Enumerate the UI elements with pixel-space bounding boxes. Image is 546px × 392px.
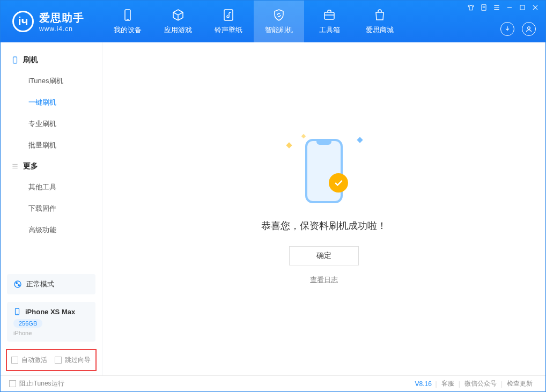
nav-smart-flash[interactable]: 智能刷机 (254, 1, 304, 42)
list-icon (11, 162, 19, 170)
check-badge-icon (329, 173, 348, 193)
checkbox-icon (11, 357, 18, 364)
app-url: www.i4.cn (39, 25, 84, 33)
nav-my-device[interactable]: 我的设备 (102, 1, 153, 42)
nav-ringtones[interactable]: 铃声壁纸 (203, 1, 254, 42)
body: 刷机 iTunes刷机 一键刷机 专业刷机 批量刷机 更多 其他工具 下载固件 … (1, 42, 545, 375)
user-button[interactable] (522, 22, 536, 36)
sidebar: 刷机 iTunes刷机 一键刷机 专业刷机 批量刷机 更多 其他工具 下载固件 … (1, 42, 102, 375)
window-controls (467, 4, 539, 11)
checkbox-skip-guide[interactable]: 跳过向导 (55, 356, 91, 365)
device-type: iPhone (13, 330, 89, 336)
view-log-link[interactable]: 查看日志 (310, 275, 338, 285)
checkbox-block-itunes[interactable]: 阻止iTunes运行 (9, 379, 64, 388)
sidebar-item-advanced[interactable]: 高级功能 (1, 219, 102, 241)
mode-icon (13, 280, 22, 289)
app-name: 爱思助手 (39, 11, 84, 25)
phone-icon (120, 8, 136, 22)
briefcase-icon (321, 8, 337, 22)
sidebar-section-more: 更多 (1, 156, 102, 176)
nav: 我的设备 应用游戏 铃声壁纸 智能刷机 工具箱 爱思商城 (102, 1, 405, 42)
note-icon[interactable] (480, 4, 488, 11)
shopping-bag-icon (372, 8, 388, 22)
link-support[interactable]: 客服 (437, 379, 459, 388)
music-file-icon (220, 8, 237, 22)
phone-small-icon (13, 307, 21, 316)
mode-block[interactable]: 正常模式 (7, 274, 95, 294)
svg-point-20 (16, 283, 18, 284)
logo-block[interactable]: iч 爱思助手 www.i4.cn (1, 1, 102, 42)
device-icon (11, 56, 19, 64)
statusbar: 阻止iTunes运行 V8.16 | 客服 | 微信公众号 | 检查更新 (1, 375, 545, 391)
sidebar-item-itunes-flash[interactable]: iTunes刷机 (1, 70, 102, 92)
svg-rect-2 (224, 10, 233, 20)
svg-point-19 (14, 281, 21, 287)
nav-toolbox[interactable]: 工具箱 (304, 1, 355, 42)
svg-point-21 (18, 285, 20, 286)
version-label: V8.16 (415, 380, 432, 388)
sidebar-item-oneclick-flash[interactable]: 一键刷机 (1, 92, 102, 113)
checkbox-auto-activate[interactable]: 自动激活 (11, 356, 47, 365)
options-box: 自动激活 跳过向导 (6, 349, 97, 371)
close-icon[interactable] (532, 4, 539, 11)
menu-icon[interactable] (493, 4, 500, 11)
sidebar-item-pro-flash[interactable]: 专业刷机 (1, 113, 102, 135)
nav-store[interactable]: 爱思商城 (355, 1, 405, 42)
sidebar-section-flash: 刷机 (1, 50, 102, 70)
svg-point-14 (528, 27, 530, 29)
minimize-icon[interactable] (506, 4, 513, 11)
download-button[interactable] (500, 22, 514, 36)
svg-rect-3 (324, 12, 334, 19)
link-wechat[interactable]: 微信公众号 (460, 379, 501, 388)
link-check-update[interactable]: 检查更新 (503, 379, 537, 388)
shield-sync-icon (271, 8, 287, 22)
main-content: 恭喜您，保资料刷机成功啦！ 确定 查看日志 (102, 42, 545, 375)
ok-button[interactable]: 确定 (289, 246, 359, 265)
svg-rect-22 (16, 308, 19, 315)
checkbox-icon (9, 380, 16, 387)
device-block[interactable]: iPhone XS Max 256GB iPhone (7, 302, 95, 342)
maximize-icon[interactable] (519, 4, 526, 11)
cube-icon (170, 8, 186, 22)
svg-rect-15 (13, 57, 17, 63)
logo-icon: iч (12, 11, 34, 32)
app-window: iч 爱思助手 www.i4.cn 我的设备 应用游戏 铃声壁纸 智能刷机 (0, 0, 546, 392)
tshirt-icon[interactable] (467, 4, 475, 11)
nav-apps-games[interactable]: 应用游戏 (153, 1, 203, 42)
storage-badge: 256GB (13, 319, 42, 328)
sidebar-item-download-firmware[interactable]: 下载固件 (1, 198, 102, 219)
success-text: 恭喜您，保资料刷机成功啦！ (261, 219, 387, 232)
header: iч 爱思助手 www.i4.cn 我的设备 应用游戏 铃声壁纸 智能刷机 (1, 1, 545, 42)
header-round-buttons (500, 22, 536, 36)
svg-rect-0 (125, 10, 130, 20)
sidebar-item-batch-flash[interactable]: 批量刷机 (1, 135, 102, 156)
success-illustration (284, 134, 364, 209)
sidebar-item-other-tools[interactable]: 其他工具 (1, 176, 102, 198)
checkbox-icon (55, 357, 62, 364)
svg-rect-11 (520, 5, 525, 10)
